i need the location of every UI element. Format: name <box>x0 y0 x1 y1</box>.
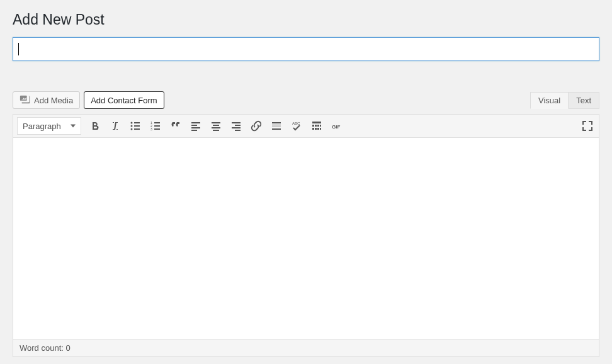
svg-rect-11 <box>154 128 160 130</box>
svg-rect-37 <box>320 128 321 130</box>
align-right-button[interactable] <box>229 118 244 134</box>
svg-rect-29 <box>312 122 321 123</box>
tab-visual[interactable]: Visual <box>530 92 569 109</box>
numbered-list-button[interactable]: 123 <box>148 118 163 134</box>
svg-text:ABC: ABC <box>292 122 300 125</box>
svg-rect-22 <box>232 127 241 128</box>
svg-rect-7 <box>154 122 160 123</box>
toolbar-toggle-button[interactable] <box>309 118 324 134</box>
spellcheck-button[interactable]: ABC <box>289 118 304 134</box>
svg-rect-15 <box>191 130 197 131</box>
svg-point-0 <box>131 122 133 124</box>
italic-button[interactable] <box>108 118 123 134</box>
svg-rect-13 <box>191 125 197 126</box>
add-contact-form-label: Add Contact Form <box>91 96 157 105</box>
gif-button[interactable]: GIF <box>329 118 344 134</box>
svg-rect-36 <box>317 128 319 130</box>
tab-text[interactable]: Text <box>569 92 599 109</box>
bullet-list-button[interactable] <box>128 118 143 134</box>
format-select[interactable]: Paragraph <box>17 117 81 135</box>
svg-rect-19 <box>213 130 219 131</box>
align-center-button[interactable] <box>208 118 224 134</box>
svg-point-2 <box>131 125 133 127</box>
media-icon <box>20 94 31 107</box>
status-bar: Word count: 0 <box>13 339 599 357</box>
blockquote-button[interactable] <box>168 118 183 134</box>
svg-text:3: 3 <box>150 127 152 131</box>
svg-rect-31 <box>315 125 317 127</box>
svg-text:GIF: GIF <box>332 124 340 130</box>
add-media-label: Add Media <box>34 96 73 105</box>
svg-rect-23 <box>235 130 241 131</box>
editor-toolbar: Paragraph 123 <box>13 114 599 137</box>
svg-rect-26 <box>272 126 281 127</box>
svg-rect-25 <box>272 125 281 125</box>
word-count-label: Word count: <box>20 343 64 353</box>
link-button[interactable] <box>249 118 264 134</box>
svg-point-4 <box>131 128 133 130</box>
read-more-button[interactable] <box>269 118 284 134</box>
svg-rect-33 <box>320 125 321 127</box>
format-select-label: Paragraph <box>23 122 61 131</box>
bold-button[interactable] <box>88 118 103 134</box>
svg-rect-20 <box>232 122 241 123</box>
fullscreen-button[interactable] <box>580 118 595 134</box>
word-count-value: 0 <box>65 343 70 353</box>
svg-rect-9 <box>154 125 160 127</box>
svg-rect-27 <box>272 128 281 130</box>
svg-rect-18 <box>212 127 220 128</box>
align-left-button[interactable] <box>188 118 203 134</box>
svg-rect-35 <box>315 128 317 130</box>
svg-rect-16 <box>212 122 220 123</box>
svg-rect-17 <box>213 125 219 126</box>
svg-rect-24 <box>272 122 281 123</box>
svg-rect-12 <box>191 122 200 123</box>
svg-rect-32 <box>317 125 319 127</box>
post-title-input[interactable] <box>13 37 599 61</box>
add-media-button[interactable]: Add Media <box>13 91 80 109</box>
svg-rect-21 <box>235 125 241 126</box>
svg-rect-30 <box>312 125 314 127</box>
page-title: Add New Post <box>13 11 599 28</box>
add-contact-form-button[interactable]: Add Contact Form <box>84 91 164 109</box>
svg-rect-3 <box>134 125 140 127</box>
svg-rect-1 <box>134 122 140 123</box>
text-cursor <box>18 43 19 55</box>
svg-rect-5 <box>134 128 140 130</box>
editor-content[interactable] <box>13 137 599 339</box>
svg-rect-34 <box>312 128 314 130</box>
svg-rect-14 <box>191 127 200 128</box>
